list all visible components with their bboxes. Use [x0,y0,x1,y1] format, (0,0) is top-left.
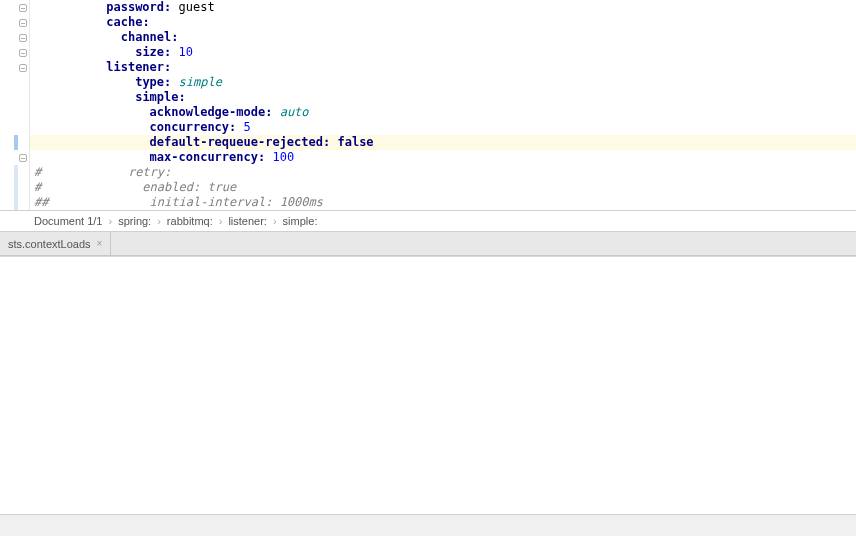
breadcrumb-item[interactable]: listener: [224,215,271,227]
gutter-bar [14,165,18,210]
code-line[interactable]: concurrency: 5 [34,120,856,135]
code-line[interactable]: acknowledge-mode: auto [34,105,856,120]
code-line[interactable]: channel: [34,30,856,45]
breadcrumb-doc[interactable]: Document 1/1 [30,215,106,227]
code-comment-line[interactable]: # enabled: true [34,180,856,195]
chevron-right-icon: › [217,215,225,227]
change-marker [14,135,18,150]
panel-tab[interactable]: sts.contextLoads × [0,232,111,255]
code-line[interactable]: default-requeue-rejected: false [34,135,856,150]
code-line[interactable]: simple: [34,90,856,105]
code-line[interactable]: password: guest [34,0,856,15]
code-line[interactable]: listener: [34,60,856,75]
chevron-right-icon: › [106,215,114,227]
code-line[interactable]: size: 10 [34,45,856,60]
chevron-right-icon: › [155,215,163,227]
code-line[interactable]: cache: [34,15,856,30]
breadcrumb-item[interactable]: rabbitmq: [163,215,217,227]
breadcrumb-item[interactable]: spring: [114,215,155,227]
status-bar [0,514,856,536]
code-content[interactable]: password: guest cache: channel: size: 10… [30,0,856,210]
editor-gutter [0,0,30,210]
code-comment-line[interactable]: # retry: [34,165,856,180]
chevron-right-icon: › [271,215,279,227]
code-line[interactable]: type: simple [34,75,856,90]
code-comment-line[interactable]: ## initial-interval: 1000ms [34,195,856,210]
breadcrumb-item[interactable]: simple: [279,215,322,227]
tab-label: sts.contextLoads [8,238,91,250]
breadcrumb: Document 1/1 › spring: › rabbitmq: › lis… [0,210,856,232]
output-panel[interactable] [0,256,856,512]
panel-tab-bar: sts.contextLoads × [0,232,856,256]
close-icon[interactable]: × [97,238,103,249]
code-editor[interactable]: password: guest cache: channel: size: 10… [0,0,856,210]
code-line[interactable]: max-concurrency: 100 [34,150,856,165]
